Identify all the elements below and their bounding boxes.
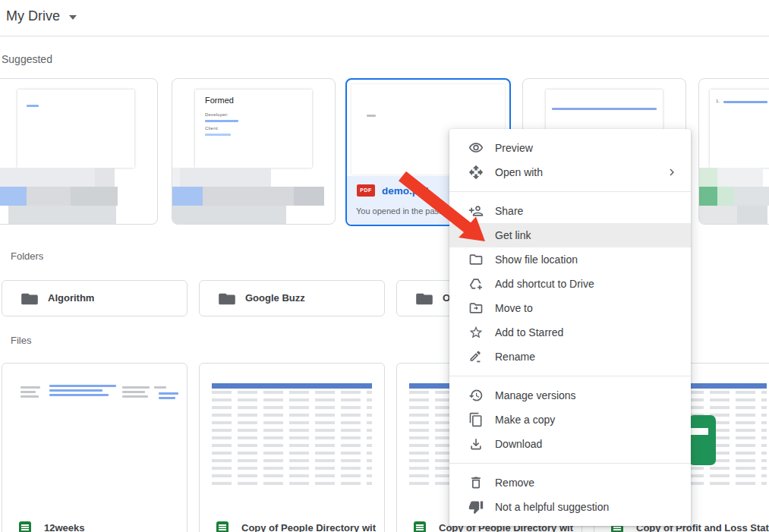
menu-item-preview[interactable]: Preview (449, 136, 691, 160)
suggested-card[interactable] (0, 78, 158, 225)
open-with-icon (468, 165, 484, 180)
menu-item-download[interactable]: Download (449, 432, 691, 456)
redacted-link-line (723, 101, 767, 103)
page-title: My Drive (6, 8, 60, 24)
folder-icon (468, 252, 484, 267)
folder-icon (21, 292, 38, 309)
menu-item-manage-versions[interactable]: Manage versions (449, 383, 691, 408)
trash-icon (468, 475, 484, 490)
folder-card-algorithm[interactable]: Algorithm (2, 280, 188, 316)
redacted-text-line (367, 115, 376, 117)
star-icon (468, 325, 484, 340)
menu-item-move-to[interactable]: Move to (449, 296, 691, 320)
folder-name: Algorithm (48, 281, 181, 316)
file-card-12weeks[interactable]: 12weeks (2, 363, 188, 532)
redacted-text-line (27, 105, 39, 107)
chevron-down-icon[interactable] (69, 15, 77, 20)
suggested-card[interactable]: Formed Developer: Client: (172, 78, 336, 225)
doc-title: Formed (205, 96, 234, 105)
file-name: Copy of People Directory wit (241, 522, 380, 532)
my-drive-breadcrumb[interactable]: My Drive (6, 8, 77, 24)
section-label-suggested: Suggested (2, 53, 52, 65)
folder-card-google-buzz[interactable]: Google Buzz (199, 280, 385, 316)
sheets-file-icon (216, 521, 228, 532)
file-card[interactable]: Copy of People Directory wit (199, 363, 385, 532)
move-to-icon (468, 301, 484, 316)
folder-icon (416, 292, 433, 309)
sheets-file-icon (19, 521, 31, 532)
copy-icon (468, 412, 484, 427)
thumbs-down-icon (468, 499, 484, 515)
doc-text: Client: (205, 126, 219, 131)
menu-item-show-file-location[interactable]: Show file location (449, 247, 691, 272)
folder-name: Google Buzz (245, 281, 378, 316)
file-name: 12weeks (44, 522, 182, 532)
section-label-folders: Folders (11, 250, 43, 262)
menu-item-not-helpful-suggestion[interactable]: Not a helpful suggestion (449, 495, 691, 519)
section-label-files: Files (11, 335, 31, 346)
menu-item-add-to-starred[interactable]: Add to Starred (449, 320, 691, 345)
doc-text: Developer: (205, 112, 228, 117)
download-icon (468, 436, 484, 452)
eye-icon (468, 140, 484, 156)
folder-icon (219, 292, 235, 309)
google-drive-window: My Drive Suggested Formed Developer: Cli (0, 0, 769, 532)
redacted-thumbnail-area (172, 168, 335, 224)
menu-item-make-a-copy[interactable]: Make a copy (449, 408, 691, 432)
rename-icon (468, 349, 484, 364)
sheets-file-icon (414, 521, 426, 532)
document-thumbnail (17, 90, 134, 168)
chevron-right-icon (665, 165, 679, 179)
menu-item-rename[interactable]: Rename (449, 345, 691, 369)
spreadsheet-thumbnail (212, 383, 372, 488)
pdf-file-icon: PDF (357, 184, 375, 197)
document-thumbnail: 1. (710, 90, 769, 168)
doc-text: 1. (716, 99, 720, 103)
redacted-link-line (205, 134, 231, 136)
file-name: demo.pdf (382, 185, 428, 197)
history-icon (468, 388, 484, 403)
link-icon (468, 228, 484, 243)
menu-item-add-shortcut-to-drive[interactable]: Add shortcut to Drive (449, 272, 691, 296)
redacted-thumbnail-area: e a (699, 168, 769, 224)
sheets-logo-large (689, 415, 716, 465)
redacted-link-line (205, 120, 238, 122)
person-add-icon (468, 203, 484, 219)
suggested-card[interactable]: 1. e a (698, 78, 769, 225)
file-name-row: Copy of People Directory wit (200, 521, 384, 532)
menu-item-get-link[interactable]: Get link (449, 223, 691, 247)
add-to-drive-icon (468, 276, 484, 291)
redacted-link-line (552, 108, 657, 110)
document-thumbnail: Formed Developer: Client: (195, 90, 312, 168)
menu-item-share[interactable]: Share (449, 199, 691, 223)
file-subtitle: You opened in the past (356, 206, 441, 216)
redacted-thumbnail-area (0, 168, 157, 224)
menu-item-open-with[interactable]: Open with (449, 160, 691, 184)
menu-item-remove[interactable]: Remove (449, 471, 691, 495)
header-divider (0, 36, 769, 36)
file-name-row: 12weeks (2, 521, 187, 532)
context-menu: Preview Open with Share (449, 129, 691, 526)
